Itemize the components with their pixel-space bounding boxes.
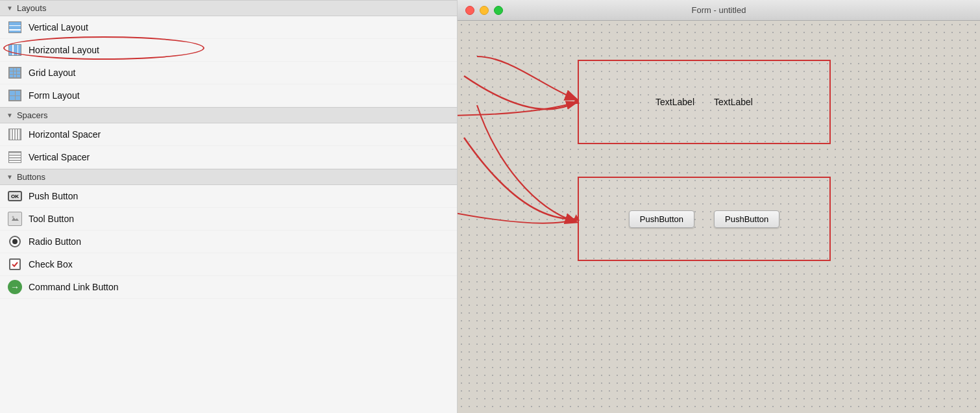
layouts-section-header: ▼ Layouts [0,0,457,16]
v-spacer-icon [8,150,22,164]
radio-button-icon [8,234,22,249]
sidebar-item-push-button[interactable]: OK Push Button [0,185,457,208]
window-controls [465,6,503,15]
text-label-1: TextLabel [655,97,694,107]
spacers-arrow: ▼ [6,112,13,119]
svg-point-0 [12,216,14,218]
form-layout-label: Form Layout [29,90,80,101]
spacers-label: Spacers [17,110,48,120]
push-button-2[interactable]: PushButton [714,210,779,228]
window-titlebar: Form - untitled [458,0,980,21]
radio-button-label: Radio Button [29,236,81,247]
buttons-label: Buttons [17,172,45,182]
close-button[interactable] [465,6,474,15]
sidebar-item-command-link-button[interactable]: → Command Link Button [0,276,457,299]
sidebar-item-radio-button[interactable]: Radio Button [0,231,457,253]
command-link-button-icon: → [8,280,22,294]
maximize-button[interactable] [494,6,503,15]
command-link-button-label: Command Link Button [29,282,119,292]
form-window: Form - untitled [458,0,980,413]
spacers-section-header: ▼ Spacers [0,107,457,123]
push-button-1[interactable]: PushButton [629,210,694,228]
push-buttons-container: PushButton PushButton [578,177,831,261]
v-spacer-label: Vertical Spacer [29,152,90,162]
check-box-icon [8,257,22,271]
text-label-2: TextLabel [714,97,753,107]
minimize-button[interactable] [480,6,489,15]
grid-layout-label: Grid Layout [29,68,75,78]
push-button-icon: OK [8,189,22,203]
check-box-label: Check Box [29,259,73,269]
sidebar-item-grid-layout[interactable]: Grid Layout [0,62,457,84]
sidebar-item-form-layout[interactable]: Form Layout [0,84,457,107]
push-button-label: Push Button [29,191,78,201]
sidebar-item-check-box[interactable]: Check Box [0,253,457,276]
sidebar-item-vertical-spacer[interactable]: Vertical Spacer [0,146,457,169]
vertical-layout-label: Vertical Layout [29,22,88,32]
h-spacer-label: Horizontal Spacer [29,129,101,140]
vertical-layout-icon [8,20,22,34]
sidebar-item-tool-button[interactable]: Tool Button [0,208,457,231]
layouts-label: Layouts [17,3,47,13]
widget-panel: ▼ Layouts Vertical Layout Horizontal Lay… [0,0,458,413]
buttons-arrow: ▼ [6,173,13,181]
form-canvas[interactable]: TextLabel TextLabel PushButton PushButto… [458,21,980,413]
h-spacer-icon [8,127,22,142]
sidebar-item-horizontal-spacer[interactable]: Horizontal Spacer [0,123,457,146]
form-layout-icon [8,88,22,103]
grid-layout-icon [8,66,22,80]
sidebar-item-vertical-layout[interactable]: Vertical Layout [0,16,457,39]
layouts-arrow: ▼ [6,5,13,12]
tool-button-label: Tool Button [29,214,74,224]
tool-button-icon [8,212,22,226]
horizontal-layout-icon [8,43,22,57]
window-title: Form - untitled [692,5,746,15]
text-labels-container: TextLabel TextLabel [578,60,831,144]
buttons-section-header: ▼ Buttons [0,169,457,185]
horizontal-layout-label: Horizontal Layout [29,45,99,55]
sidebar-item-horizontal-layout[interactable]: Horizontal Layout [0,39,457,62]
